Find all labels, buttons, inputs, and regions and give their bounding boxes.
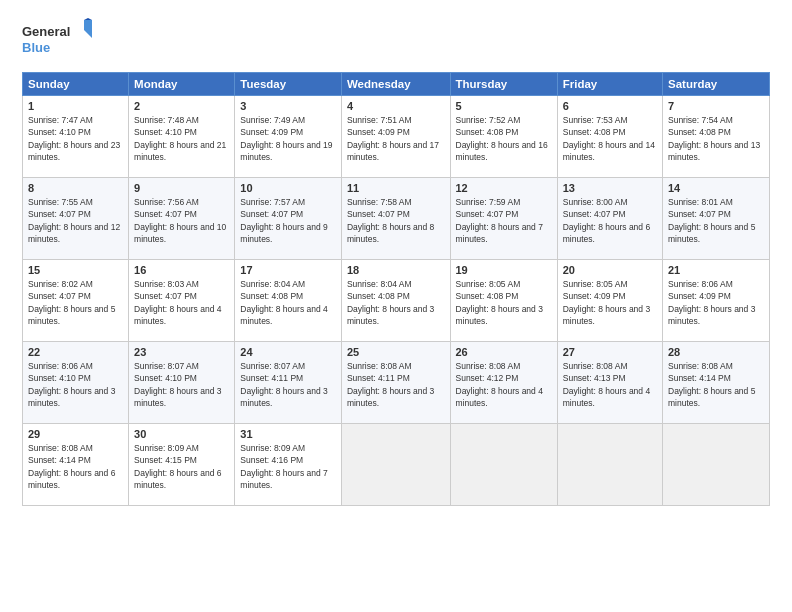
day-info: Sunrise: 8:00 AMSunset: 4:07 PMDaylight:…: [563, 197, 650, 244]
calendar-day-cell: 20Sunrise: 8:05 AMSunset: 4:09 PMDayligh…: [557, 260, 662, 342]
calendar-day-cell: 16Sunrise: 8:03 AMSunset: 4:07 PMDayligh…: [129, 260, 235, 342]
day-info: Sunrise: 8:06 AMSunset: 4:10 PMDaylight:…: [28, 361, 115, 408]
calendar-col-header: Sunday: [23, 73, 129, 96]
day-info: Sunrise: 8:08 AMSunset: 4:13 PMDaylight:…: [563, 361, 650, 408]
calendar-day-cell: 28Sunrise: 8:08 AMSunset: 4:14 PMDayligh…: [663, 342, 770, 424]
day-number: 10: [240, 182, 336, 194]
day-info: Sunrise: 8:09 AMSunset: 4:16 PMDaylight:…: [240, 443, 327, 490]
calendar-day-cell: 29Sunrise: 8:08 AMSunset: 4:14 PMDayligh…: [23, 424, 129, 506]
day-info: Sunrise: 8:09 AMSunset: 4:15 PMDaylight:…: [134, 443, 221, 490]
day-number: 7: [668, 100, 764, 112]
day-number: 9: [134, 182, 229, 194]
day-number: 15: [28, 264, 123, 276]
day-number: 12: [456, 182, 552, 194]
day-info: Sunrise: 8:04 AMSunset: 4:08 PMDaylight:…: [347, 279, 434, 326]
calendar-day-cell: 27Sunrise: 8:08 AMSunset: 4:13 PMDayligh…: [557, 342, 662, 424]
page: General Blue SundayMondayTuesdayWednesda…: [0, 0, 792, 612]
calendar-col-header: Saturday: [663, 73, 770, 96]
calendar-day-cell: 23Sunrise: 8:07 AMSunset: 4:10 PMDayligh…: [129, 342, 235, 424]
calendar-week-row: 22Sunrise: 8:06 AMSunset: 4:10 PMDayligh…: [23, 342, 770, 424]
calendar-header-row: SundayMondayTuesdayWednesdayThursdayFrid…: [23, 73, 770, 96]
day-info: Sunrise: 8:06 AMSunset: 4:09 PMDaylight:…: [668, 279, 755, 326]
calendar-day-cell: 24Sunrise: 8:07 AMSunset: 4:11 PMDayligh…: [235, 342, 342, 424]
day-info: Sunrise: 8:05 AMSunset: 4:09 PMDaylight:…: [563, 279, 650, 326]
day-info: Sunrise: 8:08 AMSunset: 4:14 PMDaylight:…: [668, 361, 755, 408]
calendar-day-cell: 6Sunrise: 7:53 AMSunset: 4:08 PMDaylight…: [557, 96, 662, 178]
day-number: 3: [240, 100, 336, 112]
calendar-day-cell: 13Sunrise: 8:00 AMSunset: 4:07 PMDayligh…: [557, 178, 662, 260]
calendar-day-cell: 21Sunrise: 8:06 AMSunset: 4:09 PMDayligh…: [663, 260, 770, 342]
day-info: Sunrise: 8:08 AMSunset: 4:11 PMDaylight:…: [347, 361, 434, 408]
day-number: 31: [240, 428, 336, 440]
calendar: SundayMondayTuesdayWednesdayThursdayFrid…: [22, 72, 770, 506]
svg-text:General: General: [22, 24, 70, 39]
day-info: Sunrise: 7:58 AMSunset: 4:07 PMDaylight:…: [347, 197, 434, 244]
header: General Blue: [22, 18, 770, 62]
calendar-day-cell: 17Sunrise: 8:04 AMSunset: 4:08 PMDayligh…: [235, 260, 342, 342]
calendar-day-cell: 19Sunrise: 8:05 AMSunset: 4:08 PMDayligh…: [450, 260, 557, 342]
calendar-week-row: 29Sunrise: 8:08 AMSunset: 4:14 PMDayligh…: [23, 424, 770, 506]
day-number: 29: [28, 428, 123, 440]
calendar-day-cell: 4Sunrise: 7:51 AMSunset: 4:09 PMDaylight…: [341, 96, 450, 178]
day-number: 20: [563, 264, 657, 276]
day-number: 21: [668, 264, 764, 276]
day-number: 11: [347, 182, 445, 194]
calendar-day-cell: 1Sunrise: 7:47 AMSunset: 4:10 PMDaylight…: [23, 96, 129, 178]
day-number: 6: [563, 100, 657, 112]
calendar-day-cell: 2Sunrise: 7:48 AMSunset: 4:10 PMDaylight…: [129, 96, 235, 178]
calendar-day-cell: 26Sunrise: 8:08 AMSunset: 4:12 PMDayligh…: [450, 342, 557, 424]
day-number: 13: [563, 182, 657, 194]
calendar-col-header: Thursday: [450, 73, 557, 96]
day-number: 17: [240, 264, 336, 276]
calendar-day-cell: 3Sunrise: 7:49 AMSunset: 4:09 PMDaylight…: [235, 96, 342, 178]
day-info: Sunrise: 7:47 AMSunset: 4:10 PMDaylight:…: [28, 115, 120, 162]
day-number: 26: [456, 346, 552, 358]
day-number: 5: [456, 100, 552, 112]
day-number: 30: [134, 428, 229, 440]
day-info: Sunrise: 7:57 AMSunset: 4:07 PMDaylight:…: [240, 197, 327, 244]
calendar-day-cell: 7Sunrise: 7:54 AMSunset: 4:08 PMDaylight…: [663, 96, 770, 178]
calendar-day-cell: 8Sunrise: 7:55 AMSunset: 4:07 PMDaylight…: [23, 178, 129, 260]
calendar-day-cell: 5Sunrise: 7:52 AMSunset: 4:08 PMDaylight…: [450, 96, 557, 178]
calendar-col-header: Friday: [557, 73, 662, 96]
calendar-day-cell: 11Sunrise: 7:58 AMSunset: 4:07 PMDayligh…: [341, 178, 450, 260]
day-number: 18: [347, 264, 445, 276]
day-number: 23: [134, 346, 229, 358]
day-info: Sunrise: 8:07 AMSunset: 4:10 PMDaylight:…: [134, 361, 221, 408]
day-number: 4: [347, 100, 445, 112]
day-info: Sunrise: 7:52 AMSunset: 4:08 PMDaylight:…: [456, 115, 548, 162]
calendar-week-row: 8Sunrise: 7:55 AMSunset: 4:07 PMDaylight…: [23, 178, 770, 260]
day-info: Sunrise: 7:48 AMSunset: 4:10 PMDaylight:…: [134, 115, 226, 162]
calendar-week-row: 1Sunrise: 7:47 AMSunset: 4:10 PMDaylight…: [23, 96, 770, 178]
day-info: Sunrise: 8:01 AMSunset: 4:07 PMDaylight:…: [668, 197, 755, 244]
calendar-day-cell: 30Sunrise: 8:09 AMSunset: 4:15 PMDayligh…: [129, 424, 235, 506]
day-number: 27: [563, 346, 657, 358]
svg-marker-3: [84, 18, 92, 20]
svg-marker-2: [84, 20, 92, 38]
day-info: Sunrise: 7:54 AMSunset: 4:08 PMDaylight:…: [668, 115, 760, 162]
calendar-day-cell: [557, 424, 662, 506]
day-number: 24: [240, 346, 336, 358]
calendar-week-row: 15Sunrise: 8:02 AMSunset: 4:07 PMDayligh…: [23, 260, 770, 342]
day-info: Sunrise: 8:07 AMSunset: 4:11 PMDaylight:…: [240, 361, 327, 408]
day-info: Sunrise: 8:04 AMSunset: 4:08 PMDaylight:…: [240, 279, 327, 326]
calendar-day-cell: 31Sunrise: 8:09 AMSunset: 4:16 PMDayligh…: [235, 424, 342, 506]
calendar-col-header: Tuesday: [235, 73, 342, 96]
day-number: 28: [668, 346, 764, 358]
day-info: Sunrise: 8:02 AMSunset: 4:07 PMDaylight:…: [28, 279, 115, 326]
calendar-day-cell: 12Sunrise: 7:59 AMSunset: 4:07 PMDayligh…: [450, 178, 557, 260]
day-number: 25: [347, 346, 445, 358]
day-info: Sunrise: 7:53 AMSunset: 4:08 PMDaylight:…: [563, 115, 655, 162]
day-info: Sunrise: 7:56 AMSunset: 4:07 PMDaylight:…: [134, 197, 226, 244]
calendar-day-cell: 14Sunrise: 8:01 AMSunset: 4:07 PMDayligh…: [663, 178, 770, 260]
day-info: Sunrise: 7:51 AMSunset: 4:09 PMDaylight:…: [347, 115, 439, 162]
calendar-day-cell: 18Sunrise: 8:04 AMSunset: 4:08 PMDayligh…: [341, 260, 450, 342]
day-number: 19: [456, 264, 552, 276]
day-info: Sunrise: 8:08 AMSunset: 4:12 PMDaylight:…: [456, 361, 543, 408]
day-info: Sunrise: 7:59 AMSunset: 4:07 PMDaylight:…: [456, 197, 543, 244]
calendar-day-cell: 10Sunrise: 7:57 AMSunset: 4:07 PMDayligh…: [235, 178, 342, 260]
day-info: Sunrise: 8:05 AMSunset: 4:08 PMDaylight:…: [456, 279, 543, 326]
day-number: 2: [134, 100, 229, 112]
day-number: 16: [134, 264, 229, 276]
logo-svg: General Blue: [22, 18, 92, 62]
